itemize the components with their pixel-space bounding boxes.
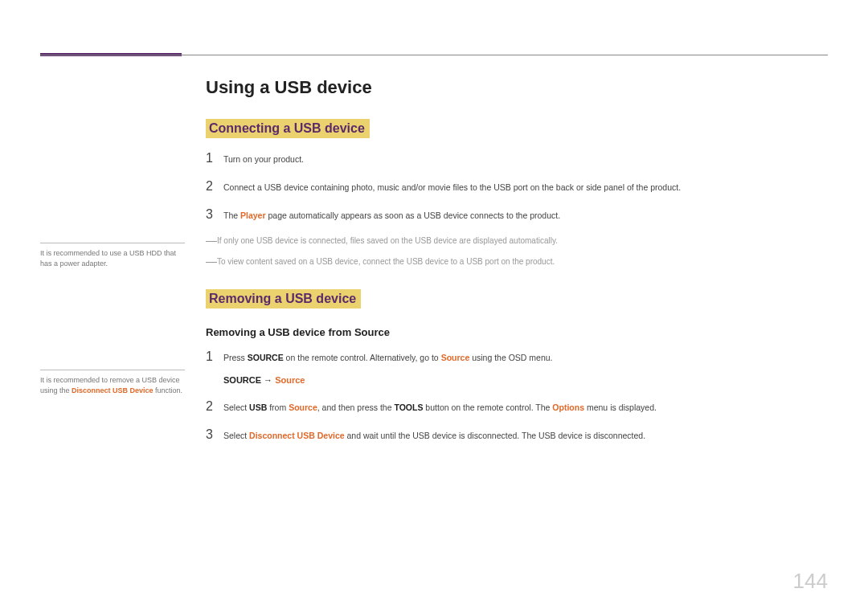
removing-steps: 1 Press SOURCE on the remote control. Al… xyxy=(206,349,828,443)
usb-term: USB xyxy=(249,403,267,412)
step-1: 1 Turn on your product. xyxy=(206,151,828,166)
step-text: Turn on your product. xyxy=(223,153,304,166)
player-term: Player xyxy=(240,210,266,220)
step-2: 2 Connect a USB device containing photo,… xyxy=(206,179,828,194)
sidebar-note-2: It is recommended to remove a USB device… xyxy=(40,370,185,395)
dash-icon: ― xyxy=(206,232,217,250)
section-connecting-heading: Connecting a USB device xyxy=(206,119,370,138)
t: from xyxy=(267,403,289,412)
note-1: ― If only one USB device is connected, f… xyxy=(206,235,828,252)
t: The xyxy=(223,210,240,220)
connecting-notes: ― If only one USB device is connected, f… xyxy=(206,235,828,272)
step-num: 2 xyxy=(206,399,223,414)
t: button on the remote control. The xyxy=(423,403,552,412)
section-removing-heading: Removing a USB device xyxy=(206,289,361,309)
t: and wait until the USB device is disconn… xyxy=(345,431,646,440)
step-text: Select USB from Source, and then press t… xyxy=(223,402,657,415)
t: using the OSD menu. xyxy=(469,353,552,362)
t: on the remote control. Alternatively, go… xyxy=(284,353,441,362)
t: Press xyxy=(223,353,248,362)
source-em: Source xyxy=(289,403,317,412)
options-em: Options xyxy=(552,403,584,412)
t: menu is displayed. xyxy=(584,403,657,412)
sidebar-note-2-em: Disconnect USB Device xyxy=(72,386,154,394)
rstep-2: 2 Select USB from Source, and then press… xyxy=(206,399,828,415)
step-num: 3 xyxy=(206,427,223,442)
note-2: ― To view content saved on a USB device,… xyxy=(206,255,828,273)
step-num: 3 xyxy=(206,207,223,222)
nav-path: SOURCE → Source xyxy=(223,375,828,385)
source-term: SOURCE xyxy=(248,353,284,362)
removing-subheading: Removing a USB device from Source xyxy=(206,326,828,338)
step-text: Connect a USB device containing photo, m… xyxy=(223,182,681,194)
t: Select xyxy=(223,403,249,412)
main-content: Using a USB device Connecting a USB devi… xyxy=(206,77,828,456)
t: Select xyxy=(223,431,249,440)
t: page automatically appears as soon as a … xyxy=(266,210,561,220)
sidebar-note-1-text: It is recommended to use a USB HDD that … xyxy=(40,249,176,268)
page-number: 144 xyxy=(793,569,828,594)
step-num: 1 xyxy=(206,151,223,166)
rstep-1: 1 Press SOURCE on the remote control. Al… xyxy=(206,349,828,365)
dash-icon: ― xyxy=(206,253,217,271)
top-rule xyxy=(40,55,828,55)
page-title: Using a USB device xyxy=(206,77,828,98)
note-text: If only one USB device is connected, fil… xyxy=(217,235,558,252)
arrow-icon: → xyxy=(261,375,275,385)
sidebar-note-2-post: function. xyxy=(154,386,183,394)
sidebar-note-1: It is recommended to use a USB HDD that … xyxy=(40,243,185,268)
path-source: SOURCE xyxy=(223,375,261,385)
step-num: 1 xyxy=(206,349,223,364)
rstep-3: 3 Select Disconnect USB Device and wait … xyxy=(206,427,828,443)
disconnect-em: Disconnect USB Device xyxy=(249,431,344,440)
note-text: To view content saved on a USB device, c… xyxy=(217,255,555,273)
tools-term: TOOLS xyxy=(394,403,423,412)
step-text: Select Disconnect USB Device and wait un… xyxy=(223,430,645,443)
step-text: The Player page automatically appears as… xyxy=(223,210,560,223)
path-source-em: Source xyxy=(275,375,305,385)
step-3: 3 The Player page automatically appears … xyxy=(206,207,828,223)
connecting-steps: 1 Turn on your product. 2 Connect a USB … xyxy=(206,151,828,222)
t: , and then press the xyxy=(317,403,395,412)
step-num: 2 xyxy=(206,179,223,194)
step-text: Press SOURCE on the remote control. Alte… xyxy=(223,352,553,365)
source-link: Source xyxy=(441,353,470,362)
